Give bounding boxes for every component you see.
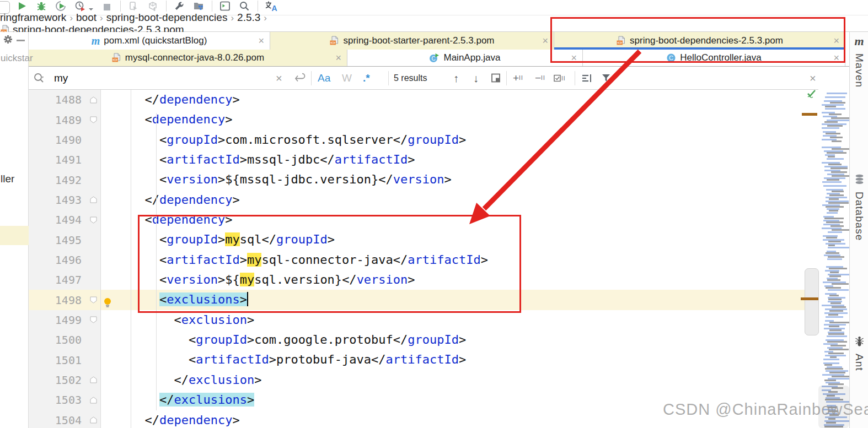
breadcrumb-item[interactable]: boot (76, 12, 97, 23)
run-icon[interactable] (15, 0, 29, 13)
breadcrumb-item[interactable]: 2.5.3 (237, 12, 260, 23)
attach-to-process-icon[interactable] (127, 0, 140, 13)
remove-selection-icon[interactable]: −II (535, 72, 545, 84)
match-case-toggle[interactable]: Aa (318, 72, 330, 84)
code-line-1499[interactable]: 1499<exclusion> (29, 310, 818, 330)
code-line-1489[interactable]: 1489<dependency> (29, 110, 818, 129)
code-editor[interactable]: 1488</dependency>1489<dependency>1490<gr… (29, 90, 818, 428)
tab-mainapp-java[interactable]: CMainApp.java× (347, 50, 583, 66)
newline-icon[interactable] (294, 73, 307, 83)
check-selection-icon[interactable]: II (554, 74, 566, 82)
code-line-1500[interactable]: 1500<groupId>com.google.protobuf</groupI… (29, 330, 818, 350)
chevron-right-icon: › (100, 13, 103, 23)
code-line-1497[interactable]: 1497<version>${mysql.version}</version> (29, 270, 818, 290)
close-tab-icon[interactable]: × (571, 53, 577, 63)
tab-spring-boot-dependencies-2-5-3-pom[interactable]: <>spring-boot-dependencies-2.5.3.pom× (554, 32, 845, 50)
code-line-1501[interactable]: 1501<artifactId>protobuf-java</artifactI… (29, 350, 818, 370)
profiler-icon[interactable] (73, 0, 87, 13)
search-everywhere-icon[interactable] (238, 0, 251, 13)
code-line-1490[interactable]: 1490<groupId>com.microsoft.sqlserver</gr… (29, 130, 818, 150)
fold-marker-icon[interactable] (86, 216, 100, 224)
next-occurrence-icon[interactable]: ↓ (473, 72, 479, 84)
breadcrumb-item[interactable]: spring-boot-dependencies (106, 12, 228, 23)
filter-funnel-icon[interactable] (601, 73, 614, 84)
close-tab-icon[interactable]: × (833, 36, 839, 46)
fold-marker-icon[interactable] (86, 397, 100, 404)
code-text[interactable]: <artifactId>mssql-jdbc</artifactId> (101, 150, 818, 170)
gear-icon[interactable] (3, 35, 13, 46)
run-anything-icon[interactable] (218, 0, 232, 13)
words-toggle[interactable]: W (342, 72, 352, 84)
breadcrumb-item[interactable]: ringframework (0, 12, 66, 23)
tab-spring-boot-starter-parent-2-5-3-pom[interactable]: <>spring-boot-starter-parent-2.5.3.pom× (270, 32, 554, 50)
code-text[interactable]: <exclusion> (101, 310, 818, 330)
minimap-bar (832, 306, 846, 308)
add-selection-icon[interactable]: +II (513, 72, 523, 84)
code-line-1491[interactable]: 1491<artifactId>mssql-jdbc</artifactId> (29, 150, 818, 170)
previous-occurrence-icon[interactable]: ↑ (453, 72, 459, 84)
run-with-coverage-icon[interactable] (54, 0, 67, 13)
code-token: </ (371, 353, 386, 366)
settings-wrench-icon[interactable] (173, 0, 186, 13)
fold-marker-icon[interactable] (86, 316, 100, 323)
search-icon[interactable] (33, 72, 45, 84)
code-minimap[interactable] (819, 91, 849, 428)
warning-stripe-mark[interactable] (802, 113, 817, 116)
regex-toggle[interactable]: .* (363, 72, 370, 84)
warning-stripe-mark[interactable] (801, 297, 818, 300)
search-query[interactable]: my (54, 72, 68, 84)
gutter: 1491 (29, 150, 101, 170)
project-structure-icon[interactable] (192, 0, 205, 13)
fold-marker-icon[interactable] (86, 376, 100, 383)
build-artifact-icon[interactable] (146, 0, 159, 13)
tab-hellocontroller-java[interactable]: CHelloController.java× (583, 50, 845, 66)
code-text[interactable]: <groupId>com.microsoft.sqlserver</groupI… (101, 130, 818, 150)
line-number: 1488 (29, 93, 86, 106)
select-all-occurrences-icon[interactable] (491, 73, 501, 83)
fold-marker-icon[interactable] (86, 96, 100, 104)
tool-stripe-ant[interactable]: Ant (850, 336, 868, 371)
fold-marker-icon[interactable] (86, 196, 100, 203)
fold-marker-icon[interactable] (86, 116, 100, 123)
tab-pom-xml-quickstartblog-[interactable]: mpom.xml (quickstartBlog)× (29, 32, 270, 50)
filter-lines-icon[interactable] (581, 73, 593, 83)
code-line-1488[interactable]: 1488</dependency> (29, 90, 818, 110)
code-text[interactable]: <exclusions> (101, 290, 818, 310)
code-line-1495[interactable]: 1495<groupId>mysql</groupId> (29, 230, 818, 250)
close-tab-icon[interactable]: × (542, 36, 548, 46)
code-text[interactable]: <artifactId>mysql-connector-java</artifa… (101, 250, 818, 270)
close-search-icon[interactable]: × (810, 72, 816, 84)
inspections-ok-icon[interactable] (806, 88, 818, 102)
code-text[interactable]: <groupId>com.google.protobuf</groupId> (101, 330, 818, 350)
code-text[interactable]: </dependency> (101, 90, 818, 110)
tab-mysql-connector-java-8-0-26-pom[interactable]: <>mysql-connector-java-8.0.26.pom× (29, 50, 347, 66)
tool-stripe-maven[interactable]: mMaven (850, 34, 868, 88)
project-tree-selected-row[interactable] (0, 226, 29, 245)
code-text[interactable]: <dependency> (101, 110, 818, 129)
fold-marker-icon[interactable] (86, 296, 100, 304)
code-line-1494[interactable]: 1494<dependency> (29, 210, 818, 230)
code-line-1502[interactable]: 1502</exclusion> (29, 370, 818, 390)
fold-marker-icon[interactable] (86, 416, 100, 424)
code-text[interactable]: </dependency> (101, 190, 818, 210)
code-text[interactable]: <version>${mysql.version}</version> (101, 270, 818, 290)
hide-panel-icon[interactable] (17, 40, 25, 41)
code-token: < (159, 172, 167, 186)
code-line-1493[interactable]: 1493</dependency> (29, 190, 818, 210)
debug-icon[interactable] (35, 0, 48, 13)
translate-icon[interactable]: A (264, 0, 277, 13)
clear-search-icon[interactable]: × (276, 72, 282, 84)
code-text[interactable]: <groupId>mysql</groupId> (101, 230, 818, 250)
close-tab-icon[interactable]: × (335, 53, 341, 63)
close-tab-icon[interactable]: × (258, 36, 264, 46)
code-line-1498[interactable]: 1498<exclusions> (29, 290, 818, 310)
code-text[interactable]: <dependency> (101, 210, 818, 230)
code-text[interactable]: <artifactId>protobuf-java</artifactId> (101, 350, 818, 370)
code-text[interactable]: <version>${mssql-jdbc.version}</version> (101, 170, 818, 189)
editor-scrollbar-thumb[interactable] (805, 268, 819, 335)
close-tab-icon[interactable]: × (833, 53, 839, 63)
code-line-1496[interactable]: 1496<artifactId>mysql-connector-java</ar… (29, 250, 818, 270)
code-text[interactable]: </exclusion> (101, 370, 818, 390)
code-line-1492[interactable]: 1492<version>${mssql-jdbc.version}</vers… (29, 170, 818, 189)
tool-stripe-database[interactable]: Database (850, 174, 868, 241)
